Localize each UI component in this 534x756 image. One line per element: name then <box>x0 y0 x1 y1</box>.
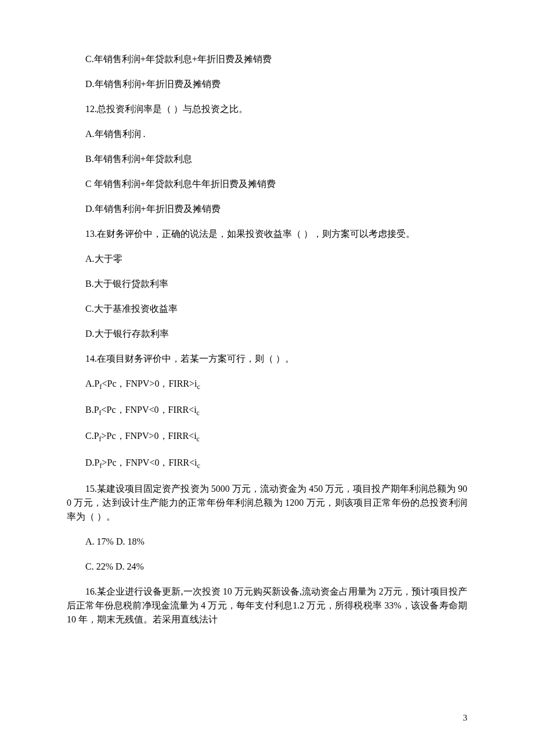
text-line: A. 17% D. 18% <box>67 535 467 549</box>
text-line: C. 22% D. 24% <box>67 560 467 574</box>
text-line: B.大于银行贷款利率 <box>67 277 467 291</box>
text-line: 15.某建设项目固定资产投资为 5000 万元，流动资金为 450 万元，项目投… <box>67 482 467 524</box>
text-line: A.Pf<Pc，FNPV>0，FIRR>ic <box>67 377 467 392</box>
text-line: A.大于零 <box>67 252 467 266</box>
text-line: C.Pf>Pc，FNPV>0，FIRR<ic <box>67 429 467 444</box>
document-page: C.年销售利润+年贷款利息+年折旧费及摊销费D.年销售利润+年折旧费及摊销费12… <box>0 0 534 627</box>
text-line: D.年销售利润+年折旧费及摊销费 <box>67 202 467 216</box>
text-line: D.年销售利润+年折旧费及摊销费 <box>67 77 467 91</box>
text-line: 14.在项目财务评价中，若某一方案可行，则（ ）。 <box>67 352 467 366</box>
text-line: C.大于基准投资收益率 <box>67 302 467 316</box>
text-line: D.Pf>Pc，FNPV<0，FIRR<ic <box>67 456 467 471</box>
text-line: 16.某企业进行设备更新,一次投资 10 万元购买新设备,流动资金占用量为 2万… <box>67 585 467 627</box>
text-line: B.Pf<Pc，FNPV<0，FIRR<ic <box>67 403 467 418</box>
page-number: 3 <box>463 711 468 725</box>
text-line: 13.在财务评价中，正确的说法是，如果投资收益率（ ），则方案可以考虑接受。 <box>67 227 467 241</box>
text-line: 12.总投资利润率是（ ）与总投资之比。 <box>67 102 467 116</box>
text-line: B.年销售利润+年贷款利息 <box>67 152 467 166</box>
text-line: D.大于银行存款利率 <box>67 327 467 341</box>
text-line: C.年销售利润+年贷款利息+年折旧费及摊销费 <box>67 52 467 66</box>
text-line: A.年销售利润 . <box>67 127 467 141</box>
text-line: C 年销售利润+年贷款利息牛年折旧费及摊销费 <box>67 177 467 191</box>
